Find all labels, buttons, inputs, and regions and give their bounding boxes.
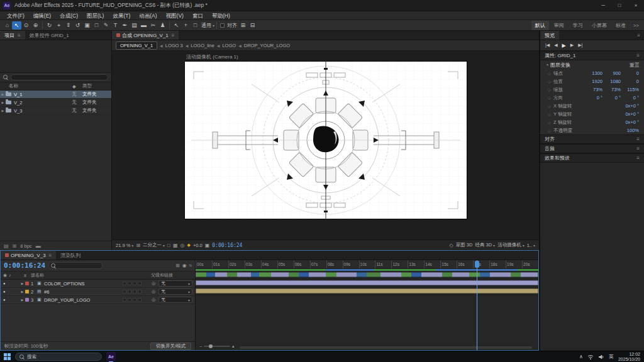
twirl-icon[interactable]: ▶ bbox=[19, 282, 25, 285]
pickwhip-icon[interactable]: ◎ bbox=[152, 281, 158, 286]
last-frame-button[interactable]: ▶| bbox=[578, 43, 582, 48]
taskbar-clock[interactable]: 12:02 2025/10/20 bbox=[618, 352, 640, 362]
layer-bar-1[interactable] bbox=[196, 272, 538, 277]
twirl-icon[interactable]: ▶ bbox=[0, 109, 6, 112]
tab-preview[interactable]: 预览 bbox=[540, 31, 559, 40]
value-z[interactable]: 0 ° bbox=[625, 95, 639, 101]
eye-icon[interactable]: ● bbox=[3, 298, 6, 302]
start-button[interactable] bbox=[4, 353, 11, 360]
grid-guides-icon[interactable] bbox=[136, 243, 140, 248]
shape-tool-icon[interactable] bbox=[92, 21, 101, 30]
value-x[interactable]: 1920 bbox=[589, 79, 602, 84]
stopwatch-icon[interactable]: ◇ bbox=[548, 128, 553, 133]
breadcrumb[interactable]: DROP_YOUR_LOGO bbox=[244, 43, 290, 48]
timeline-search-input[interactable] bbox=[48, 262, 103, 269]
project-row-v3[interactable]: ▶ V_3 无 文件夹 bbox=[0, 107, 111, 115]
workspace-standard[interactable]: 标准 bbox=[612, 21, 630, 30]
effects-presets-panel-header[interactable]: 效果和预设 ≡ bbox=[540, 153, 644, 163]
tab-timeline[interactable]: OPENING_V_3 ≡ bbox=[1, 251, 56, 260]
layer-bar-2[interactable] bbox=[196, 280, 538, 285]
value-z[interactable]: 115% bbox=[625, 87, 639, 92]
value-y[interactable]: 0 ° bbox=[607, 95, 621, 101]
roto-brush-tool-icon[interactable] bbox=[148, 21, 158, 30]
breadcrumb-active[interactable]: OPENING_V_1 bbox=[116, 41, 157, 50]
value-y[interactable]: 1080 bbox=[607, 79, 621, 84]
value-z[interactable]: 0 bbox=[625, 70, 639, 76]
value-y[interactable]: 900 bbox=[607, 70, 621, 76]
eye-icon[interactable]: ● bbox=[3, 282, 6, 285]
draft-toggle-icon[interactable]: ◉ bbox=[182, 263, 187, 268]
transparency-grid-icon[interactable]: ▦ bbox=[173, 243, 178, 248]
workspace-overflow[interactable]: >> bbox=[631, 23, 641, 28]
draft-3d-icon[interactable]: ◇ bbox=[450, 243, 453, 248]
workspace-learn[interactable]: 学习 bbox=[569, 21, 587, 30]
panel-menu-icon[interactable]: ≡ bbox=[18, 33, 21, 38]
input-language[interactable]: 英 bbox=[609, 353, 614, 360]
menu-edit[interactable]: 编辑(E) bbox=[29, 11, 55, 20]
tab-composition[interactable]: 合成 OPENING_V_1 ≡ bbox=[112, 31, 179, 40]
menu-layer[interactable]: 图层(L) bbox=[82, 11, 108, 20]
view-layout-dropdown[interactable]: 1..▾ bbox=[527, 243, 535, 248]
comp-canvas[interactable] bbox=[185, 62, 467, 219]
timeline-zoom-slider[interactable]: − ▴ bbox=[199, 344, 235, 349]
home-tool-icon[interactable] bbox=[3, 21, 12, 30]
column-source-name[interactable]: 源名称 bbox=[31, 272, 151, 278]
menu-effect[interactable]: 效果(T) bbox=[108, 11, 135, 20]
taskbar-after-effects-icon[interactable]: Ae bbox=[106, 352, 116, 361]
horizontal-scrollbar[interactable] bbox=[240, 346, 532, 349]
dolly-camera-tool-icon[interactable] bbox=[64, 21, 73, 30]
value-x[interactable]: 73% bbox=[589, 87, 602, 92]
stopwatch-icon[interactable]: ◇ bbox=[548, 71, 553, 75]
switch-cell[interactable] bbox=[128, 290, 131, 293]
minimize-button[interactable]: ─ bbox=[595, 0, 611, 11]
stopwatch-icon[interactable]: ◇ bbox=[548, 79, 553, 84]
switch-cell[interactable] bbox=[123, 282, 126, 285]
brush-tool-icon[interactable] bbox=[120, 21, 130, 30]
pan-behind-tool-icon[interactable] bbox=[82, 21, 92, 30]
puppet-tool-icon[interactable] bbox=[158, 21, 167, 30]
pan-camera-tool-icon[interactable] bbox=[54, 21, 64, 30]
mini-flowchart-icon[interactable]: ⊞ bbox=[175, 263, 180, 268]
menu-help[interactable]: 帮助(H) bbox=[208, 11, 235, 20]
type-tool-icon[interactable] bbox=[111, 21, 120, 30]
close-button[interactable]: × bbox=[628, 0, 644, 11]
resolution-dropdown[interactable]: 二分之一▾ bbox=[143, 242, 165, 248]
align-panel-header[interactable]: 对齐 ≡ bbox=[540, 134, 644, 144]
column-index[interactable]: # bbox=[19, 273, 31, 278]
timeline-track-area[interactable]: 00s01s 02s03s 04s05s 06s07s 08s09s 10s11… bbox=[196, 260, 538, 350]
current-time-display[interactable]: 0:00:16:24 bbox=[4, 261, 45, 270]
zoom-in-icon[interactable]: ▴ bbox=[232, 344, 235, 349]
label-chip[interactable] bbox=[25, 282, 29, 285]
switch-cell[interactable] bbox=[133, 290, 136, 293]
trash-icon[interactable]: ▬ bbox=[36, 243, 41, 249]
comp-timecode[interactable]: 0:00:16:24 bbox=[212, 243, 242, 248]
stopwatch-icon[interactable]: ◇ bbox=[548, 96, 553, 100]
previous-frame-button[interactable]: ◀ bbox=[554, 43, 557, 48]
time-ruler[interactable]: 00s01s 02s03s 04s05s 06s07s 08s09s 10s11… bbox=[196, 260, 538, 269]
value-x[interactable]: 1300 bbox=[589, 70, 602, 76]
value-z[interactable]: 0 bbox=[625, 79, 639, 84]
graph-editor-icon[interactable]: ≈ bbox=[189, 263, 192, 268]
workspace-small-screen[interactable]: 小屏幕 bbox=[588, 21, 611, 30]
orbit-camera-tool-icon[interactable] bbox=[45, 21, 54, 30]
panel-menu-icon[interactable]: ≡ bbox=[636, 146, 640, 151]
label-chip[interactable] bbox=[25, 290, 29, 293]
value-x[interactable]: 0 ° bbox=[589, 95, 602, 101]
workspace-default[interactable]: 默认 bbox=[531, 21, 549, 30]
hand-tool-icon[interactable] bbox=[21, 21, 31, 30]
pickwhip-icon[interactable]: ◎ bbox=[152, 289, 158, 294]
properties-panel-header[interactable]: 属性: GRID_1 ≡ bbox=[540, 51, 644, 60]
parent-dropdown[interactable]: 无▾ bbox=[158, 280, 192, 287]
mask-selection-icon[interactable] bbox=[172, 21, 181, 30]
add-icon[interactable] bbox=[181, 21, 191, 30]
wifi-icon[interactable] bbox=[587, 354, 594, 360]
play-button[interactable]: ▶ bbox=[562, 43, 566, 48]
camera-dropdown[interactable]: 活动摄像机▾ bbox=[497, 242, 525, 248]
reset-button[interactable]: 重置 bbox=[630, 62, 640, 69]
exposure-value[interactable]: +0.0 bbox=[193, 243, 203, 248]
maximize-button[interactable]: □ bbox=[611, 0, 628, 11]
eye-icon[interactable]: ● bbox=[3, 290, 6, 293]
menu-file[interactable]: 文件(F) bbox=[3, 11, 29, 20]
project-search-input[interactable] bbox=[11, 74, 108, 80]
menu-composition[interactable]: 合成(C) bbox=[55, 11, 82, 20]
